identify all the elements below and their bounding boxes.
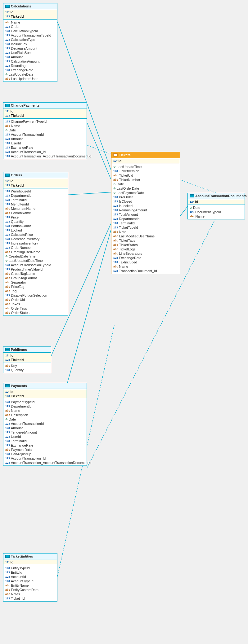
- type-icon-dt: ⊙: [113, 187, 116, 190]
- svg-line-6: [179, 206, 188, 217]
- type-icon-num: 123: [5, 142, 10, 145]
- field-row: 123CalculationType: [3, 37, 57, 42]
- entity-tickets: Tickets 12°Id ⊙LastUpdateTime 123TicketV…: [111, 152, 180, 274]
- entity-orders-header: Orders: [3, 172, 68, 178]
- type-icon-dt: ⊙: [5, 73, 8, 76]
- field-row: 123DecreaseInventory: [3, 237, 68, 241]
- type-icon-num: 123: [5, 190, 10, 193]
- table-icon: [5, 174, 10, 177]
- field-name: AccountTransactionTypeId: [11, 263, 51, 267]
- entity-paiditems-title: PaidItems: [11, 348, 27, 351]
- field-name: TerminalId: [11, 198, 27, 202]
- entity-payments-header: Payments: [3, 383, 87, 389]
- field-name: CreatedDateTime: [9, 254, 35, 258]
- type-icon-num: 123: [5, 229, 10, 232]
- field-row: 123AccountTypeId: [3, 579, 57, 583]
- field-name: TicketId: [11, 15, 24, 18]
- type-icon-num: 123: [5, 368, 10, 372]
- field-name: DecreaseInventory: [11, 237, 39, 241]
- type-icon-str: abc: [5, 21, 10, 24]
- field-name: OrderTags: [11, 307, 27, 310]
- field-name: IncreaseInventory: [11, 241, 38, 245]
- field-row: 123TicketId: [3, 394, 87, 398]
- type-icon-dt: ⊙: [190, 206, 192, 209]
- divider: [3, 363, 51, 363]
- field-row: 123TerminalId: [111, 221, 180, 225]
- type-icon-num: 123: [5, 597, 10, 600]
- field-row: 123IncreaseInventory: [3, 241, 68, 245]
- field-name: TicketStates: [119, 243, 138, 247]
- field-row: 123IsLocked: [111, 204, 180, 208]
- field-name: TicketLogs: [119, 247, 136, 251]
- field-name: EntityName: [11, 584, 29, 587]
- type-icon-str: abc: [5, 413, 10, 417]
- type-icon-num: 123: [5, 435, 10, 438]
- type-icon-num: 123: [5, 198, 10, 201]
- type-icon-num: 123: [5, 268, 10, 271]
- type-icon-str: abc: [113, 230, 118, 233]
- field-name: PriceTag: [11, 285, 25, 289]
- entity-changepayments-header: ChangePayments: [3, 103, 87, 108]
- type-icon-num: 123: [5, 220, 10, 223]
- field-row: abcCreatingUserName: [3, 250, 68, 254]
- entity-ticketentities: TicketEntities 12°Id 123EntityTypeId 123…: [3, 553, 57, 602]
- connections-svg: [0, 0, 248, 644]
- type-icon-dt: ⊙: [113, 183, 116, 186]
- field-row: ⊙CreatedDateTime: [3, 254, 68, 258]
- field-row: abcTicketTags: [111, 238, 180, 243]
- field-row: 123DepartmentId: [3, 193, 68, 198]
- field-name: LastUpdateTime: [117, 165, 142, 169]
- field-name: TicketId: [11, 394, 24, 398]
- field-row: 12°Id: [3, 390, 87, 394]
- table-icon: [113, 153, 118, 157]
- field-row: abcName: [3, 20, 57, 24]
- type-icon-num: 123: [190, 210, 194, 214]
- type-icon-num: 123: [5, 242, 10, 245]
- field-name: Id: [11, 10, 14, 14]
- field-name: Locked: [11, 228, 22, 232]
- field-row: 123Rounding: [3, 64, 57, 68]
- field-row: abcSeparator: [3, 280, 68, 285]
- entity-orders-title: Orders: [11, 173, 22, 177]
- field-row: 123DecreaseAmount: [3, 46, 57, 51]
- field-name: AccountTransactionId: [11, 133, 44, 136]
- field-row: 123WarehouseId: [3, 189, 68, 193]
- field-name: Name: [196, 214, 205, 218]
- type-icon-num: 123: [5, 439, 10, 443]
- field-name: LastUpdatedDateTime: [9, 259, 43, 262]
- field-row: 123DepartmentId: [111, 217, 180, 221]
- type-icon-num: 123: [5, 34, 10, 37]
- field-name: MenuItemId: [11, 202, 29, 206]
- field-row: 123TerminalId: [3, 439, 87, 443]
- field-row: abcPaymentData: [3, 448, 87, 452]
- type-icon-num: 123: [113, 261, 118, 264]
- field-row: 123TotalAmount: [111, 212, 180, 217]
- entity-calculations: Calculations 12° Id 123 TicketId abcName…: [3, 3, 57, 82]
- field-name: UserId: [11, 141, 21, 145]
- divider: [111, 164, 180, 164]
- field-name: Date: [9, 417, 16, 421]
- type-icon-num: 12°: [5, 390, 10, 393]
- type-icon-num: 123: [5, 224, 10, 227]
- type-icon-dt: ⊙: [5, 129, 8, 132]
- entity-payments-body: 12°Id 123TicketId 123PaymentTypeId 123De…: [3, 389, 87, 465]
- type-icon-str: abc: [113, 239, 118, 242]
- entity-calculations-body: 12° Id 123 TicketId abcName 123Order 123…: [3, 9, 57, 82]
- field-name: CalculatePrice: [11, 233, 33, 236]
- field-row: ⊙Date: [3, 128, 87, 132]
- type-icon-dt: ⊙: [5, 259, 8, 262]
- type-icon-num: 123: [5, 422, 10, 425]
- type-icon-str: abc: [5, 302, 10, 306]
- entity-changepayments: ChangePayments 12°Id 123TicketId 123Chan…: [3, 102, 87, 159]
- type-icon-num: 123: [5, 216, 10, 219]
- type-icon-num: 12°: [5, 179, 10, 183]
- field-name: Date: [117, 182, 124, 186]
- divider: [3, 188, 68, 188]
- type-icon-str: abc: [113, 252, 118, 255]
- field-name: LineSeparators: [119, 252, 142, 255]
- field-name: MenuItemName: [11, 207, 35, 210]
- field-name: RemainingAmount: [119, 208, 147, 212]
- field-name: CalculationAmount: [11, 60, 39, 63]
- type-icon-str: abc: [5, 124, 10, 127]
- field-name: ExchangeRate: [119, 256, 141, 260]
